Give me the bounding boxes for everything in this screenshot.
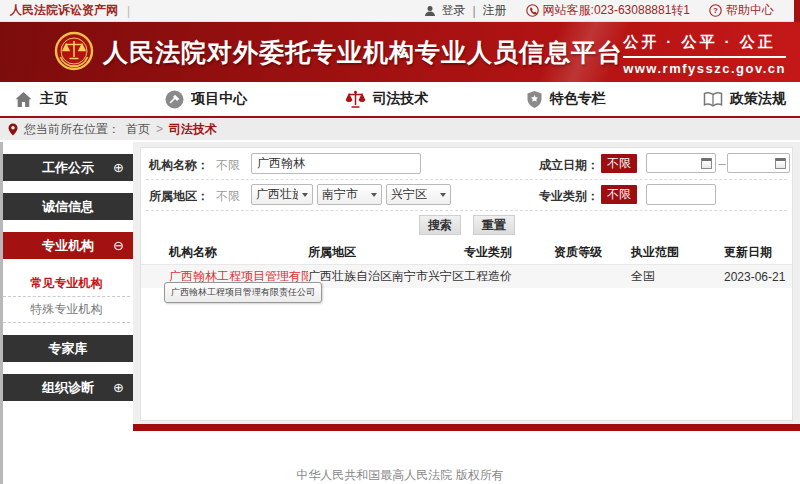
nav-item-judicial-tech[interactable]: 司法技术 <box>345 90 429 109</box>
category-input[interactable] <box>646 184 716 205</box>
chevron-down-icon <box>371 193 377 197</box>
main-nav: 主页 项目中心 司法技术 <box>0 82 800 118</box>
cell-category: 工程造价 <box>464 268 554 285</box>
collapse-minus-icon: ⊖ <box>113 238 124 253</box>
col-header-region: 所属地区 <box>308 244 464 261</box>
filter-separator <box>146 179 787 180</box>
nav-item-project-center[interactable]: 项目中心 <box>165 90 247 109</box>
chevron-down-icon <box>302 193 308 197</box>
nav-label: 司法技术 <box>373 90 429 108</box>
nav-item-policies[interactable]: 政策法规 <box>703 90 786 108</box>
col-header-category: 专业类别 <box>464 244 554 261</box>
sidebar-subitem-common-orgs[interactable]: 常见专业机构 <box>3 271 130 297</box>
topbar-divider: | <box>127 4 130 18</box>
col-header-updated: 更新日期 <box>724 244 792 261</box>
filter-row-name-date: 机构名称： 不限 成立日期： 不限 --- <box>141 151 792 177</box>
site-banner: 人民法院对外委托专业机构专业人员信息平台 公开 · 公平 · 公正 www.rm… <box>0 22 800 82</box>
table-header: 机构名称 所属地区 专业类别 资质等级 执业范围 更新日期 <box>141 240 792 265</box>
search-results-panel: 机构名称： 不限 成立日期： 不限 --- 所属地区： 不限 <box>140 147 793 421</box>
nav-label: 特色专栏 <box>550 90 606 108</box>
copyright-text: 中华人民共和国最高人民法院 版权所有 <box>0 467 800 484</box>
col-header-scope: 执业范围 <box>631 244 724 261</box>
service-phone: 网站客服:023-63088881转1 <box>543 2 690 19</box>
svg-text:?: ? <box>713 6 718 15</box>
date-range-group: --- <box>646 153 790 173</box>
cell-updated: 2023-06-21 <box>724 270 792 284</box>
scales-icon <box>345 90 366 109</box>
breadcrumb-separator: > <box>156 122 163 136</box>
city-select[interactable]: 南宁市 <box>317 184 382 205</box>
date-from-input[interactable] <box>646 153 716 173</box>
city-select-value: 南宁市 <box>322 186 358 203</box>
user-icon <box>424 5 436 17</box>
nav-label: 项目中心 <box>191 90 247 108</box>
filter-row-region-category: 所属地区： 不限 广西壮族自治 南宁市 兴宁区 <box>141 182 792 208</box>
category-nolimit-button[interactable]: 不限 <box>601 185 637 204</box>
website-url: www.rmfysszc.gov.cn <box>623 61 786 76</box>
sidebar-subitem-label: 常见专业机构 <box>31 275 103 292</box>
breadcrumb-prefix: 您当前所在位置： <box>24 121 120 138</box>
province-select-value: 广西壮族自治 <box>256 186 298 203</box>
sidebar-item-integrity-info[interactable]: 诚信信息 <box>3 193 133 220</box>
login-separator: | <box>472 4 475 18</box>
region-nolimit: 不限 <box>216 188 240 205</box>
expand-plus-icon: ⊕ <box>113 160 124 175</box>
cell-region: 广西壮族自治区南宁市兴宁区 <box>308 268 464 285</box>
district-select[interactable]: 兴宁区 <box>386 184 451 205</box>
chevron-down-icon <box>440 193 446 197</box>
calendar-icon[interactable] <box>775 158 786 169</box>
breadcrumb-current: 司法技术 <box>169 121 217 138</box>
province-select[interactable]: 广西壮族自治 <box>251 184 313 205</box>
project-icon <box>165 90 184 109</box>
breadcrumb-home-link[interactable]: 首页 <box>126 121 150 138</box>
sidebar-item-org-diagnosis[interactable]: 组织诊断 ⊕ <box>3 374 133 401</box>
sidebar-item-professional-orgs[interactable]: 专业机构 ⊖ <box>3 232 133 259</box>
founded-nolimit-button[interactable]: 不限 <box>601 154 637 173</box>
nav-label: 主页 <box>40 90 68 108</box>
help-center-link[interactable]: 帮助中心 <box>726 2 774 19</box>
platform-title: 人民法院对外委托专业机构专业人员信息平台 <box>103 36 623 69</box>
sidebar: 工作公示 ⊕ 诚信信息 专业机构 ⊖ 常见专业机构 特殊专业机构 专家库 组织诊… <box>0 142 133 484</box>
help-icon: ? <box>709 4 722 17</box>
banner-right: 公开 · 公平 · 公正 www.rmfysszc.gov.cn <box>623 33 786 76</box>
nav-label: 政策法规 <box>730 90 786 108</box>
region-label: 所属地区： <box>149 188 209 205</box>
sidebar-item-label: 诚信信息 <box>42 198 94 216</box>
sidebar-subitem-special-orgs[interactable]: 特殊专业机构 <box>3 297 130 323</box>
breadcrumb: 您当前所在位置： 首页 > 司法技术 <box>0 118 800 140</box>
court-emblem-logo <box>54 31 94 73</box>
cell-scope: 全国 <box>631 268 724 285</box>
sidebar-item-expert-library[interactable]: 专家库 <box>3 335 133 362</box>
date-to-input[interactable] <box>727 153 790 173</box>
location-pin-icon <box>8 123 18 136</box>
calendar-icon[interactable] <box>701 158 712 169</box>
org-name-input[interactable] <box>251 153 421 174</box>
scrollbar-strip[interactable] <box>794 0 800 22</box>
date-range-separator: --- <box>718 158 725 169</box>
book-icon <box>703 91 723 108</box>
sidebar-item-label: 工作公示 <box>42 159 94 177</box>
founded-date-label: 成立日期： <box>539 157 599 174</box>
col-header-level: 资质等级 <box>554 244 631 261</box>
page: 人民法院诉讼资产网 | 登录 | 注册 网站客服:023-63088881转1 … <box>0 0 800 484</box>
category-label: 专业类别： <box>539 188 599 205</box>
phone-icon <box>526 4 539 17</box>
register-link[interactable]: 注册 <box>483 2 507 19</box>
top-utility-bar: 人民法院诉讼资产网 | 登录 | 注册 网站客服:023-63088881转1 … <box>0 0 800 22</box>
login-link[interactable]: 登录 <box>441 2 465 19</box>
site-name-link[interactable]: 人民法院诉讼资产网 <box>10 2 118 19</box>
nav-item-featured-column[interactable]: 特色专栏 <box>526 90 606 109</box>
topbar-right: 登录 | 注册 网站客服:023-63088881转1 ? 帮助中心 <box>424 2 790 19</box>
col-header-name: 机构名称 <box>169 244 308 261</box>
sidebar-item-label: 组织诊断 <box>42 379 94 397</box>
home-icon <box>14 91 33 108</box>
reset-button[interactable]: 重置 <box>473 215 515 235</box>
org-name-tooltip: 广西翰林工程项目管理有限责任公司 <box>164 282 322 303</box>
badge-shield-icon <box>526 90 543 109</box>
help-group: ? 帮助中心 <box>709 2 774 19</box>
sidebar-item-work-publicity[interactable]: 工作公示 ⊕ <box>3 154 133 181</box>
service-group: 网站客服:023-63088881转1 <box>526 2 690 19</box>
nav-item-home[interactable]: 主页 <box>14 90 68 108</box>
search-button[interactable]: 搜索 <box>419 215 461 235</box>
sidebar-item-label: 专家库 <box>49 340 88 358</box>
